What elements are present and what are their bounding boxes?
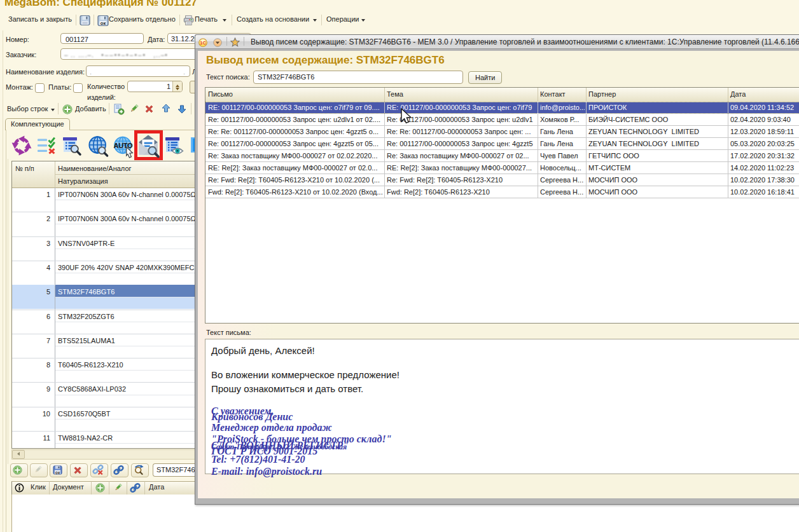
svg-text:ок: ок: [101, 20, 106, 26]
svg-text:1С: 1С: [200, 40, 206, 46]
svg-text:AUTO: AUTO: [114, 142, 134, 149]
svg-text:ок: ок: [55, 470, 60, 475]
